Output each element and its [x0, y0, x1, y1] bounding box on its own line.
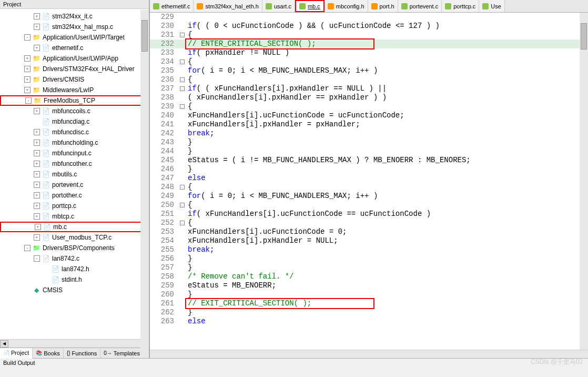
- code-line[interactable]: 255 break;: [150, 245, 588, 254]
- tree-item-mbfuncother-c[interactable]: +📄mbfuncother.c: [0, 158, 149, 169]
- fold-minus-icon[interactable]: -: [180, 33, 185, 37]
- fold-minus-icon[interactable]: -: [180, 77, 185, 82]
- tree-toggle-icon[interactable]: +: [34, 171, 40, 177]
- code-line[interactable]: 231- {: [150, 31, 588, 39]
- editor-hscroll[interactable]: [150, 350, 588, 358]
- code-line[interactable]: 248- {: [150, 183, 588, 192]
- code-line[interactable]: 262 }: [150, 308, 588, 317]
- editor-tab-port-h[interactable]: port.h: [368, 0, 398, 12]
- tree-item-mbfuncinput-c[interactable]: +📄mbfuncinput.c: [0, 148, 149, 158]
- code-line[interactable]: 235 for( i = 0; i < MB_FUNC_HANDLERS_MAX…: [150, 66, 588, 75]
- tree-toggle-icon[interactable]: +: [34, 234, 40, 241]
- tree-item-ethernetif-c[interactable]: +📄ethernetif.c: [0, 43, 149, 53]
- tree-toggle-icon[interactable]: +: [34, 24, 40, 30]
- editor-tab-stm32f4xx-hal-eth-h[interactable]: stm32f4xx_hal_eth.h: [194, 0, 262, 12]
- code-line[interactable]: 234- {: [150, 57, 588, 66]
- fold-minus-icon[interactable]: -: [180, 59, 185, 64]
- code-line[interactable]: 237- if( ( xFuncHandlers[i].pxHandler ==…: [150, 84, 588, 93]
- tree-item-application-user-lwip-app[interactable]: +📁Application/User/LWIP/App: [0, 53, 149, 64]
- scroll-thumb[interactable]: [141, 20, 148, 52]
- code-line[interactable]: 233 if( pxHandler != NULL ): [150, 48, 588, 57]
- fold-minus-icon[interactable]: -: [180, 221, 185, 225]
- fold-gutter[interactable]: -: [178, 201, 186, 210]
- editor-tab-usart-c[interactable]: usart.c: [262, 0, 295, 12]
- tree-item-stm32f4xx-hal-msp-c[interactable]: +📄stm32f4xx_hal_msp.c: [0, 22, 149, 32]
- code-line[interactable]: 258 /* Remove can't fail. */: [150, 272, 588, 281]
- code-line[interactable]: 247 else: [150, 174, 588, 183]
- scroll-left-icon[interactable]: ◀: [0, 340, 8, 348]
- tree-toggle-icon[interactable]: +: [34, 45, 40, 51]
- tree-item-mbtcp-c[interactable]: +📄mbtcp.c: [0, 211, 149, 222]
- tree-toggle-icon[interactable]: +: [34, 140, 40, 146]
- scroll-thumb[interactable]: [581, 23, 587, 49]
- code-line[interactable]: 256 }: [150, 254, 588, 263]
- code-line[interactable]: 230 if( ( 0 < ucFunctionCode ) && ( ucFu…: [150, 22, 588, 31]
- fold-gutter[interactable]: -: [178, 84, 186, 93]
- tree-item-mbutils-c[interactable]: +📄mbutils.c: [0, 169, 149, 180]
- code-line[interactable]: 257 }: [150, 263, 588, 272]
- tree-toggle-icon[interactable]: +: [24, 66, 31, 72]
- code-line[interactable]: 239- {: [150, 102, 588, 111]
- tree-item-lan8742-h[interactable]: 📄lan8742.h: [0, 264, 149, 274]
- tree-item-lan8742-c[interactable]: -📄lan8742.c: [0, 253, 149, 264]
- tree-item-drivers-cmsis[interactable]: +📁Drivers/CMSIS: [0, 74, 149, 85]
- code-line[interactable]: 251 if( xFuncHandlers[i].ucFunctionCode …: [150, 210, 588, 219]
- fold-gutter[interactable]: -: [178, 75, 186, 84]
- code-line[interactable]: 260 }: [150, 290, 588, 299]
- tree-item-freemodbus-tcp[interactable]: -📁FreeModbus_TCP: [0, 95, 149, 106]
- sidebar-tab-books[interactable]: 📚Books: [33, 348, 64, 358]
- tree-toggle-icon[interactable]: -: [34, 255, 40, 262]
- tree-toggle-icon[interactable]: -: [25, 97, 32, 104]
- code-line[interactable]: 229: [150, 13, 588, 22]
- tree-toggle-icon[interactable]: +: [34, 161, 40, 167]
- sidebar-tab-templates[interactable]: 0→Templates: [100, 348, 144, 358]
- editor-tab-portevent-c[interactable]: portevent.c: [398, 0, 442, 12]
- tree-item-mbfuncdisc-c[interactable]: +📄mbfuncdisc.c: [0, 127, 149, 137]
- tree-toggle-icon[interactable]: +: [35, 224, 41, 230]
- code-line[interactable]: 241 xFuncHandlers[i].pxHandler = pxHandl…: [150, 120, 588, 129]
- tree-item-stm32f4xx-it-c[interactable]: +📄stm32f4xx_it.c: [0, 11, 149, 22]
- tree-item-stdint-h[interactable]: 📄stdint.h: [0, 274, 149, 285]
- code-line[interactable]: 240 xFuncHandlers[i].ucFunctionCode = uc…: [150, 111, 588, 120]
- code-line[interactable]: 249 for( i = 0; i < MB_FUNC_HANDLERS_MAX…: [150, 192, 588, 201]
- tree-toggle-icon[interactable]: +: [34, 13, 40, 19]
- sidebar-tab-project[interactable]: 📄Project: [0, 348, 33, 359]
- sidebar-vscroll[interactable]: [140, 9, 149, 358]
- tree-toggle-icon[interactable]: +: [24, 87, 31, 93]
- code-line[interactable]: 250- {: [150, 201, 588, 210]
- editor-tab-use[interactable]: Use: [479, 0, 505, 12]
- fold-minus-icon[interactable]: -: [180, 203, 185, 207]
- code-line[interactable]: 232// ENTER_CRITICAL_SECTION( );: [150, 39, 588, 48]
- tree-toggle-icon[interactable]: +: [34, 182, 40, 188]
- editor-tab-ethernetif-c[interactable]: ethernetif.c: [150, 0, 194, 12]
- tree-toggle-icon[interactable]: +: [34, 213, 40, 220]
- tree-item-mbfunccoils-c[interactable]: +📄mbfunccoils.c: [0, 106, 149, 116]
- code-line[interactable]: 246 }: [150, 165, 588, 174]
- tree-item-drivers-bsp-components[interactable]: -📁Drivers/BSP/Components: [0, 243, 149, 253]
- tree-item-drivers-stm32f4xx-hal-driver[interactable]: +📁Drivers/STM32F4xx_HAL_Driver: [0, 64, 149, 74]
- tree-toggle-icon[interactable]: +: [24, 55, 31, 62]
- sidebar-tab-functions[interactable]: {}Functions: [64, 348, 100, 358]
- tree-toggle-icon[interactable]: -: [24, 34, 31, 41]
- tree-toggle-icon[interactable]: -: [24, 245, 31, 251]
- editor-tab-mb-c[interactable]: mb.c: [295, 0, 325, 12]
- code-line[interactable]: 242 break;: [150, 129, 588, 138]
- sidebar-hscroll[interactable]: ◀ ▶: [0, 339, 149, 348]
- code-line[interactable]: 254 xFuncHandlers[i].pxHandler = NULL;: [150, 236, 588, 245]
- fold-gutter[interactable]: -: [178, 31, 186, 39]
- tree-item-user-modbus-tcp-c[interactable]: +📄User_modbus_TCP.c: [0, 232, 149, 243]
- fold-minus-icon[interactable]: -: [180, 185, 185, 190]
- code-line[interactable]: 261// EXIT_CRITICAL_SECTION( );: [150, 299, 588, 308]
- fold-gutter[interactable]: -: [178, 219, 186, 227]
- code-line[interactable]: 236- {: [150, 75, 588, 84]
- fold-minus-icon[interactable]: -: [180, 86, 185, 91]
- code-line[interactable]: 244 }: [150, 147, 588, 156]
- tree-item-mb-c[interactable]: +📄mb.c: [0, 222, 149, 232]
- tree-item-portother-c[interactable]: +📄portother.c: [0, 190, 149, 201]
- code-line[interactable]: 252- {: [150, 219, 588, 227]
- project-tree[interactable]: +📄stm32f4xx_it.c+📄stm32f4xx_hal_msp.c-📁A…: [0, 9, 149, 339]
- editor-tab-mbconfig-h[interactable]: mbconfig.h: [325, 0, 368, 12]
- code-line[interactable]: 243 }: [150, 138, 588, 147]
- fold-gutter[interactable]: -: [178, 57, 186, 66]
- code-editor[interactable]: 229230 if( ( 0 < ucFunctionCode ) && ( u…: [150, 13, 588, 350]
